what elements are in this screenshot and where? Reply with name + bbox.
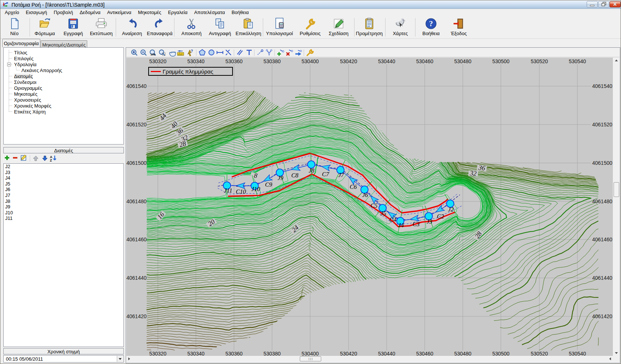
svg-text:C10: C10 bbox=[236, 188, 246, 195]
svg-text:J11: J11 bbox=[224, 187, 233, 194]
svg-text:C2: C2 bbox=[437, 213, 444, 220]
svg-text:J3: J3 bbox=[427, 218, 432, 225]
svg-text:C3: C3 bbox=[413, 221, 420, 228]
svg-text:C6: C6 bbox=[350, 183, 357, 190]
svg-text:J8: J8 bbox=[309, 167, 315, 174]
svg-text:?: ? bbox=[179, 50, 181, 53]
svg-text:J5: J5 bbox=[380, 210, 386, 217]
svg-text:?: ? bbox=[429, 19, 433, 28]
svg-text:C5: C5 bbox=[370, 202, 377, 209]
svg-text:J4: J4 bbox=[398, 222, 404, 229]
svg-text:32: 32 bbox=[469, 169, 477, 177]
svg-text:100: 100 bbox=[150, 53, 156, 56]
svg-text:C9: C9 bbox=[265, 181, 272, 188]
svg-text:36: 36 bbox=[478, 164, 486, 172]
svg-text:J9: J9 bbox=[278, 174, 284, 181]
svg-text:J10: J10 bbox=[251, 186, 261, 193]
svg-text:C8: C8 bbox=[291, 172, 299, 179]
svg-text:?: ? bbox=[191, 49, 193, 53]
svg-text:16: 16 bbox=[156, 211, 166, 221]
svg-text:J2: J2 bbox=[448, 206, 454, 213]
svg-text:C4: C4 bbox=[389, 216, 396, 223]
svg-text:J6: J6 bbox=[362, 191, 368, 198]
svg-text:44: 44 bbox=[158, 112, 168, 122]
svg-text:J7: J7 bbox=[338, 171, 344, 178]
svg-text:C7: C7 bbox=[322, 171, 329, 178]
svg-text:Z: Z bbox=[50, 159, 52, 162]
